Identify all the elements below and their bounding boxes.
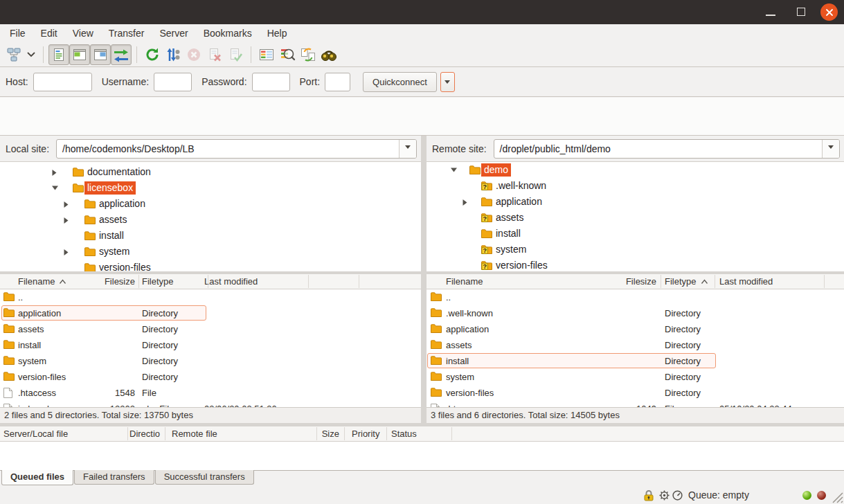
queue-column-size[interactable]: Size [322,429,339,439]
tree-item-documentation[interactable]: documentation [0,165,421,181]
file-row-.well-known[interactable]: .well-knownDirectory [427,305,844,321]
column-header-last-modified[interactable]: Last modified [204,276,258,287]
password-input[interactable] [252,73,290,91]
menu-bookmarks[interactable]: Bookmarks [196,25,260,42]
tree-item-licensebox[interactable]: licensebox [0,181,421,197]
disconnect-button[interactable] [204,44,225,65]
queue-column-remote-file[interactable]: Remote file [172,429,217,439]
process-queue-button[interactable] [163,44,183,65]
tree-item-application[interactable]: application [427,195,844,210]
quickconnect-dropdown-button[interactable] [440,72,455,92]
lock-icon[interactable] [643,489,654,501]
column-separator[interactable] [138,275,139,288]
column-separator[interactable] [127,427,128,440]
column-separator[interactable] [359,275,359,288]
directory-comparison-button[interactable] [277,44,298,65]
column-header-filesize[interactable]: Filesize [626,276,656,287]
column-header-filesize[interactable]: Filesize [105,276,135,287]
menu-transfer[interactable]: Transfer [101,25,152,42]
queue-column-status[interactable]: Status [391,429,417,439]
column-header-last-modified[interactable]: Last modified [719,276,773,287]
expander-expand-icon[interactable] [63,217,69,224]
column-header-filetype[interactable]: Filetype [665,276,708,287]
file-row-application[interactable]: applicationDirectory [0,305,421,321]
directory-listing-filters-button[interactable] [256,44,277,65]
column-header-filetype[interactable]: Filetype [142,276,174,287]
tree-item-demo[interactable]: demo [427,163,844,179]
port-input[interactable] [325,73,350,91]
column-header-filename[interactable]: Filename [18,276,66,287]
queue-column-server-local-file[interactable]: Server/Local file [3,429,68,439]
column-separator[interactable] [208,275,208,288]
refresh-button[interactable] [142,44,163,65]
column-separator[interactable] [344,427,345,440]
cancel-button[interactable] [183,44,204,65]
queue-column-priority[interactable]: Priority [352,429,379,439]
tab-queued-files[interactable]: Queued files [1,470,73,485]
minimize-button[interactable] [766,15,775,16]
expander-collapse-icon[interactable] [51,185,59,191]
menu-view[interactable]: View [65,25,101,42]
tree-item-system[interactable]: system [0,244,421,260]
site-manager-button[interactable] [3,44,24,65]
file-row-.htaccess[interactable]: .htaccess1049File05/10/20 04:23:44 [427,401,844,407]
expander-expand-icon[interactable] [63,201,69,208]
remote-path-dropdown[interactable] [822,140,839,158]
local-path-combo[interactable]: /home/codemonks/Desktop/LB [56,139,417,159]
horizontal-splitter[interactable] [0,271,844,274]
tree-item-version-files[interactable]: ?version-files [427,258,844,271]
tree-item-system[interactable]: ?system [427,242,844,258]
find-files-button[interactable] [318,44,339,65]
host-input[interactable] [33,73,92,91]
column-separator[interactable] [451,427,452,440]
local-path-dropdown[interactable] [399,140,416,158]
maximize-button[interactable] [797,8,805,16]
file-row-system[interactable]: systemDirectory [0,353,421,369]
tab-successful-transfers[interactable]: Successful transfers [155,470,254,485]
file-row-system[interactable]: systemDirectory [427,369,844,385]
column-separator[interactable] [308,275,309,288]
menu-file[interactable]: File [2,25,33,42]
file-row-assets[interactable]: assetsDirectory [0,321,421,337]
file-row-index.php[interactable]: index.php12202php File03/06/20 03:51:30 [0,401,421,407]
speed-gauge-icon[interactable] [672,490,683,501]
menu-server[interactable]: Server [152,25,195,42]
quickconnect-button[interactable]: Quickconnect [363,72,437,92]
vertical-splitter[interactable] [421,136,427,423]
menu-help[interactable]: Help [260,25,295,42]
column-separator[interactable] [386,427,387,440]
reconnect-button[interactable] [225,44,246,65]
tree-item-install[interactable]: install [427,226,844,242]
expander-expand-icon[interactable] [51,169,57,177]
site-manager-dropdown-button[interactable] [24,44,38,65]
column-header-filename[interactable]: Filename [446,276,483,287]
tree-item-install[interactable]: install [0,228,421,244]
column-separator[interactable] [715,275,715,288]
remote-path-combo[interactable]: /droplet/public_html/demo [494,139,840,159]
expander-collapse-icon[interactable] [450,167,458,173]
toggle-local-tree-button[interactable] [69,44,90,65]
toggle-remote-tree-button[interactable] [90,44,111,65]
tree-item-version-files[interactable]: version-files [0,260,421,271]
file-row-application[interactable]: applicationDirectory [427,321,844,337]
tree-item-assets[interactable]: ?assets [427,210,844,226]
file-row-install[interactable]: installDirectory [0,337,421,353]
menu-edit[interactable]: Edit [33,25,65,42]
tree-item-application[interactable]: application [0,197,421,213]
file-row-install[interactable]: installDirectory [427,353,844,369]
column-separator[interactable] [165,427,165,440]
toggle-transfer-queue-button[interactable] [111,44,132,65]
expander-expand-icon[interactable] [462,199,468,206]
file-row-..[interactable]: .. [0,289,421,305]
settings-gear-icon[interactable] [659,490,670,501]
tree-item-.well-known[interactable]: ?.well-known [427,179,844,195]
resize-grip-icon[interactable] [831,491,843,504]
column-separator[interactable] [824,275,825,288]
expander-expand-icon[interactable] [63,249,69,256]
file-row-.htaccess[interactable]: .htaccess1548File [0,385,421,401]
file-row-version-files[interactable]: version-filesDirectory [427,385,844,401]
column-separator[interactable] [316,427,317,440]
queue-column-directio[interactable]: Directio [129,429,160,439]
file-row-version-files[interactable]: version-filesDirectory [0,369,421,385]
column-separator[interactable] [661,275,661,288]
